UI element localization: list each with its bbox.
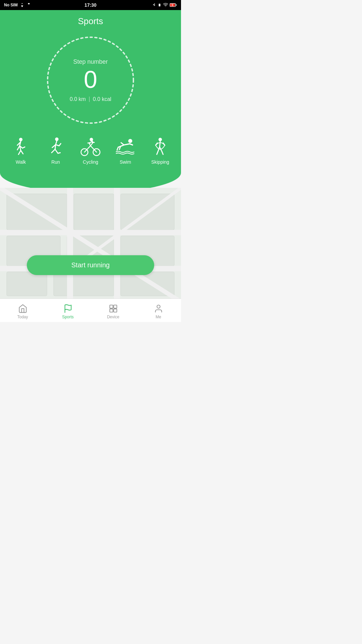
status-left: No SIM xyxy=(4,3,31,7)
svg-point-10 xyxy=(19,138,22,141)
svg-point-11 xyxy=(55,138,58,141)
sport-item-cycling[interactable]: Cycling xyxy=(77,137,104,165)
swim-icon xyxy=(115,137,135,157)
me-label: Me xyxy=(156,315,161,319)
step-label: Step number xyxy=(73,58,108,65)
svg-rect-19 xyxy=(74,194,114,230)
status-right xyxy=(152,3,177,7)
svg-rect-30 xyxy=(114,188,120,302)
sport-item-walk[interactable]: Walk xyxy=(7,137,34,165)
circle-container: Step number 0 0.0 km 0.0 kcal xyxy=(0,30,181,134)
map-section: Start running xyxy=(0,188,181,302)
nav-item-me[interactable]: Me xyxy=(136,302,181,319)
wifi-icon xyxy=(163,3,168,7)
walk-label: Walk xyxy=(16,159,26,165)
svg-rect-29 xyxy=(67,188,73,302)
svg-rect-34 xyxy=(110,305,113,308)
circle-inner: Step number 0 0.0 km 0.0 kcal xyxy=(70,58,111,102)
start-running-button[interactable]: Start running xyxy=(27,255,154,275)
battery-icon xyxy=(170,3,177,7)
sport-item-run[interactable]: Run xyxy=(42,137,69,165)
nav-item-sports[interactable]: Sports xyxy=(45,302,90,319)
skipping-label: Skipping xyxy=(151,159,169,165)
map-svg xyxy=(0,188,181,302)
today-icon xyxy=(18,304,27,313)
swim-label: Swim xyxy=(120,159,131,165)
device-label: Device xyxy=(107,315,119,319)
usb-icon xyxy=(20,3,24,7)
svg-rect-35 xyxy=(114,305,117,308)
walk-icon xyxy=(11,137,31,157)
top-section: Sports Step number 0 0.0 km 0.0 kcal xyxy=(0,10,181,193)
sports-row: Walk Run xyxy=(0,134,181,173)
step-count: 0 xyxy=(84,67,97,92)
today-label: Today xyxy=(17,315,28,319)
device-icon xyxy=(109,304,118,313)
vibrate-icon xyxy=(158,3,162,7)
status-bar: No SIM 17:30 xyxy=(0,0,181,10)
dotted-circle: Step number 0 0.0 km 0.0 kcal xyxy=(44,33,137,127)
map-background xyxy=(0,188,181,302)
svg-rect-1 xyxy=(28,3,29,4)
skipping-icon xyxy=(150,137,170,157)
distance-value: 0.0 km xyxy=(70,96,86,102)
me-icon xyxy=(154,304,163,313)
svg-rect-2 xyxy=(159,4,161,6)
start-btn-container: Start running xyxy=(0,255,181,275)
status-time: 17:30 xyxy=(84,2,97,8)
page-title: Sports xyxy=(0,10,181,30)
calories-value: 0.0 kcal xyxy=(93,96,111,102)
sports-nav-icon xyxy=(63,304,73,313)
sport-item-swim[interactable]: Swim xyxy=(112,137,139,165)
otg-icon xyxy=(26,3,31,7)
svg-rect-4 xyxy=(176,4,176,6)
stats-row: 0.0 km 0.0 kcal xyxy=(70,96,111,102)
svg-rect-24 xyxy=(7,272,47,296)
svg-rect-37 xyxy=(114,309,117,312)
svg-rect-27 xyxy=(0,230,181,235)
no-sim-text: No SIM xyxy=(4,3,18,7)
sport-item-skipping[interactable]: Skipping xyxy=(147,137,174,165)
svg-point-16 xyxy=(159,138,162,141)
cycling-label: Cycling xyxy=(83,159,98,165)
svg-point-38 xyxy=(157,305,160,308)
nav-item-device[interactable]: Device xyxy=(90,302,136,319)
sports-nav-label: Sports xyxy=(62,315,74,319)
svg-point-15 xyxy=(128,139,132,143)
svg-rect-0 xyxy=(22,6,22,7)
run-icon xyxy=(46,137,66,157)
svg-rect-36 xyxy=(110,309,113,312)
run-label: Run xyxy=(51,159,60,165)
svg-rect-25 xyxy=(54,272,114,296)
nav-item-today[interactable]: Today xyxy=(0,302,45,319)
stats-divider xyxy=(89,97,89,102)
cycling-icon xyxy=(80,137,101,157)
bottom-nav: Today Sports Device xyxy=(0,299,181,322)
svg-point-12 xyxy=(89,138,93,141)
bluetooth-icon xyxy=(152,3,156,7)
